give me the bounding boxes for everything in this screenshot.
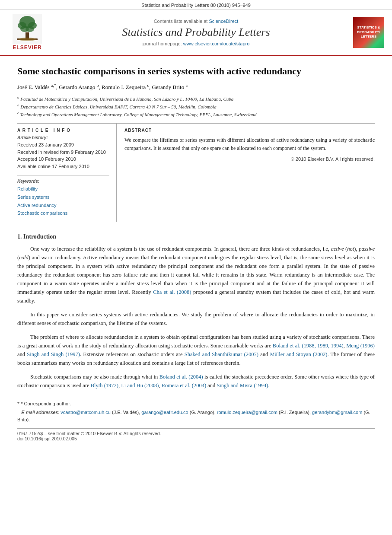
- journal-reference: Statistics and Probability Letters 80 (2…: [0, 0, 392, 10]
- footnote-emails: E-mail addresses: vcastro@matcom.uh.cu (…: [17, 409, 375, 424]
- doi-text: doi:10.1016/j.spl.2010.02.005: [17, 436, 375, 441]
- ref-singh1994[interactable]: Singh and Misra (1994): [217, 382, 268, 389]
- journal-ref-text: Statistics and Probability Letters 80 (2…: [141, 3, 251, 8]
- svg-point-5: [25, 26, 34, 32]
- keyword-stochastic-comparisons[interactable]: Stochastic comparisons: [17, 209, 109, 217]
- article-info-column: A R T I C L E I N F O Article history: R…: [17, 124, 117, 222]
- intro-heading: 1. Introduction: [17, 233, 375, 240]
- ref-boland2004[interactable]: Boland et al. (2004): [159, 374, 203, 380]
- homepage-url[interactable]: www.elsevier.com/locate/stapro: [183, 41, 249, 46]
- journal-homepage: journal homepage: www.elsevier.com/locat…: [47, 41, 345, 46]
- journal-center: Contents lists available at ScienceDirec…: [47, 19, 345, 46]
- ref-shaked2007[interactable]: Shaked and Shanthikumar (2007): [185, 351, 258, 357]
- email-valdes[interactable]: vcastro@matcom.uh.cu: [61, 410, 111, 415]
- keyword-series-systems[interactable]: Series systems: [17, 193, 109, 201]
- introduction-section: 1. Introduction One way to increase the …: [17, 228, 375, 390]
- footnote-corresponding: * * Corresponding author.: [17, 400, 375, 409]
- ref-singh1997[interactable]: Singh and Singh (1997): [27, 351, 80, 357]
- license-text: 0167-7152/$ – see front matter © 2010 El…: [17, 431, 375, 436]
- affiliation-a: a Facultad de Matemática y Computación, …: [17, 95, 375, 102]
- keyword-reliability[interactable]: Reliability: [17, 185, 109, 193]
- sciencedirect-link: Contents lists available at ScienceDirec…: [47, 19, 345, 24]
- keywords-label: Keywords:: [17, 179, 109, 184]
- elsevier-tree-icon: [13, 14, 42, 44]
- email-zequeira[interactable]: romulo.zequeira@gmail.com: [217, 410, 277, 415]
- svg-point-8: [19, 38, 36, 41]
- online-date: Available online 17 February 2010: [17, 163, 109, 170]
- keyword-active-redundancy[interactable]: Active redundancy: [17, 201, 109, 210]
- article-info-heading: A R T I C L E I N F O: [17, 128, 109, 133]
- intro-paragraph-1: One way to increase the reliability of a…: [17, 245, 375, 305]
- paper-title: Some stochastic comparisons in series sy…: [17, 65, 375, 78]
- abstract-column: ABSTRACT We compare the lifetimes of ser…: [117, 124, 375, 222]
- ref-blyth1972[interactable]: Blyth (1972): [91, 382, 118, 389]
- ref-muller2002[interactable]: Müller and Stoyan (2002): [270, 351, 328, 357]
- revised-date: Received in revised form 9 February 2010: [17, 149, 109, 156]
- intro-paragraph-4: Stochastic comparisons may be also made …: [17, 373, 375, 390]
- keywords-section: Keywords: Reliability Series systems Act…: [17, 175, 109, 217]
- accepted-date: Accepted 10 February 2010: [17, 156, 109, 163]
- intro-paragraph-2: In this paper we consider series systems…: [17, 310, 375, 328]
- footnote-area: * * Corresponding author. E-mail address…: [17, 397, 375, 424]
- bottom-bar: 0167-7152/$ – see front matter © 2010 El…: [17, 428, 375, 441]
- elsevier-logo: ELSEVIER: [8, 14, 47, 51]
- ref-boland1988[interactable]: Boland et al. (1988, 1989, 1994): [273, 343, 344, 349]
- article-info-abstract: A R T I C L E I N F O Article history: R…: [17, 123, 375, 222]
- authors-line: José E. Valdés a,*, Gerardo Arango b, Ro…: [17, 82, 375, 92]
- elsevier-text: ELSEVIER: [13, 45, 41, 51]
- email-arango[interactable]: garango@eafit.edu.co: [141, 410, 188, 415]
- ref-meng1996[interactable]: Meng (1996): [346, 343, 375, 349]
- ref-romera2004[interactable]: Romera et al. (2004): [162, 382, 206, 389]
- affiliations: a Facultad de Matemática y Computación, …: [17, 95, 375, 118]
- intro-paragraph-3: The problem of where to allocate redunda…: [17, 333, 375, 367]
- ref-cha2008[interactable]: Cha et al. (2008): [153, 289, 191, 295]
- journal-header: ELSEVIER Contents lists available at Sci…: [0, 10, 392, 56]
- main-content: Some stochastic comparisons in series sy…: [0, 65, 392, 441]
- abstract-text: We compare the lifetimes of series syste…: [124, 136, 375, 152]
- email-brito[interactable]: gerandybm@gmail.com: [312, 410, 362, 415]
- article-history-label: Article history:: [17, 135, 109, 140]
- journal-title: Statistics and Probability Letters: [47, 25, 345, 39]
- page: Statistics and Probability Letters 80 (2…: [0, 0, 392, 535]
- journal-brand-logo: STATISTICS & PROBABILITY LETTERS: [353, 17, 384, 48]
- affiliation-b: b Departamento de Ciencias Básicas, Univ…: [17, 102, 375, 110]
- journal-logo-box: STATISTICS & PROBABILITY LETTERS: [345, 17, 384, 48]
- affiliation-c: c Technology and Operations Management L…: [17, 110, 375, 118]
- received-date: Received 23 January 2009: [17, 141, 109, 149]
- ref-lihu2008[interactable]: Li and Hu (2008): [121, 382, 159, 389]
- sciencedirect-url[interactable]: ScienceDirect: [209, 19, 238, 24]
- abstract-heading: ABSTRACT: [124, 128, 375, 133]
- abstract-copyright: © 2010 Elsevier B.V. All rights reserved…: [124, 156, 375, 162]
